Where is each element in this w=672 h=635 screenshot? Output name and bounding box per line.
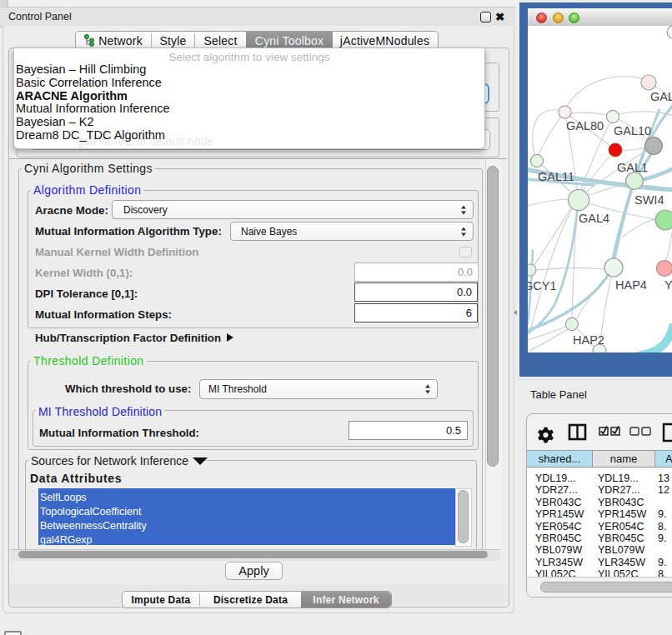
svg-text:GAL80: GAL80	[566, 119, 604, 132]
svg-text:HAP2: HAP2	[573, 333, 604, 347]
svg-text:HAP4: HAP4	[615, 278, 647, 292]
svg-text:GAL7: GAL7	[650, 90, 672, 103]
svg-text:GAL10: GAL10	[614, 124, 651, 138]
svg-text:SWI4: SWI4	[634, 193, 664, 207]
svg-text:GAL1: GAL1	[617, 161, 648, 174]
svg-text:GAL11: GAL11	[538, 170, 574, 183]
svg-text:YJ: YJ	[664, 278, 672, 292]
svg-text:GCY1: GCY1	[528, 279, 557, 292]
svg-text:GAL4: GAL4	[579, 212, 609, 225]
